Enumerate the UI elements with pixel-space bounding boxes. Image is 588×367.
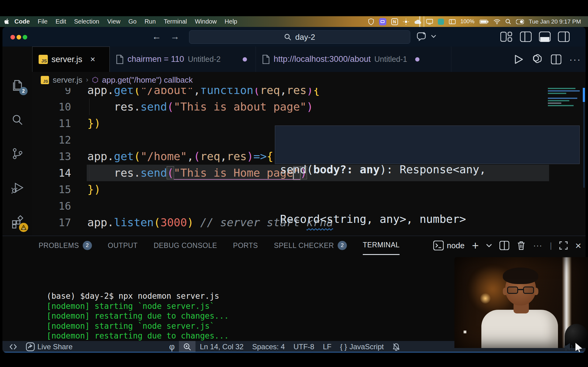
token: ) [94, 183, 101, 196]
token: ) [187, 216, 194, 229]
token: send [140, 167, 167, 179]
control-center-icon[interactable] [516, 19, 524, 24]
clock[interactable]: Tue Jan 20 9:17 PM [529, 18, 581, 25]
run-debug-icon[interactable] [10, 181, 25, 195]
cloud-icon[interactable] [414, 19, 421, 24]
menu-item-window[interactable]: Window [191, 18, 221, 25]
display-icon[interactable] [426, 19, 433, 24]
split-editor-icon[interactable] [551, 54, 561, 64]
menu-item-edit[interactable]: Edit [51, 18, 70, 25]
close-panel-icon[interactable]: × [575, 240, 581, 252]
nav-back-icon[interactable]: ← [152, 31, 161, 42]
window-manager-icon[interactable] [449, 19, 456, 24]
menu-item-run[interactable]: Run [141, 18, 160, 25]
token: { [267, 150, 273, 163]
encoding[interactable]: UTF-8 [289, 341, 319, 353]
screen-mirroring-icon[interactable] [379, 18, 386, 25]
copilot-button[interactable] [417, 31, 436, 42]
menu-item-selection[interactable]: Selection [70, 18, 103, 25]
terminal-line: [nodemon] restarting due to changes... [47, 311, 229, 321]
traffic-light-close[interactable] [10, 35, 15, 39]
explorer-badge: 2 [19, 87, 28, 95]
panel-tab-output[interactable]: OUTPUT [108, 236, 138, 255]
notion-icon[interactable]: N [391, 18, 398, 25]
explorer-icon[interactable]: 2 [10, 79, 25, 93]
toggle-primary-sidebar-icon[interactable] [520, 32, 532, 42]
menu-item-code[interactable]: Code [10, 18, 34, 25]
tab-server-js[interactable]: JS server.js × [32, 47, 110, 72]
token: ) [94, 117, 101, 129]
token: function [200, 88, 253, 96]
code-line-9[interactable]: 9app.get("/about",function(req,res){ [32, 88, 586, 99]
customize-layout-icon[interactable] [500, 32, 513, 42]
panel-tab-ports[interactable]: PORTS [233, 236, 258, 255]
chevron-down-icon [431, 35, 436, 38]
token: get [114, 150, 134, 163]
line-number: 9 [32, 88, 71, 99]
shield-icon[interactable] [368, 18, 374, 25]
extensions-warning-badge [19, 223, 28, 232]
tab-untitled-1[interactable]: http://localhost:3000/about Untitled-1 [256, 47, 451, 72]
menu-items: CodeFileEditSelectionViewGoRunTerminalWi… [10, 18, 241, 25]
breadcrumb-symbol[interactable]: app.get("/home") callback [102, 75, 193, 85]
token: , [280, 88, 287, 96]
token: res [114, 167, 134, 179]
language-mode[interactable]: { } JavaScript [336, 341, 388, 353]
notifications-bell[interactable] [388, 341, 404, 353]
token: , [220, 150, 227, 163]
token: ( [134, 88, 141, 96]
megaphone-icon[interactable] [563, 342, 574, 351]
wifi-icon[interactable] [494, 19, 500, 24]
more-actions-icon[interactable]: ··· [569, 54, 581, 65]
scrollbar-track[interactable] [583, 102, 585, 188]
search-icon[interactable] [10, 113, 25, 127]
tooltip-text: body?: any [313, 163, 380, 176]
traffic-light-maximize[interactable] [23, 35, 27, 39]
teal-app-icon[interactable] [438, 19, 444, 25]
window-bottom-edge [2, 352, 586, 353]
brightness-icon[interactable] [403, 19, 409, 25]
breadcrumb-file[interactable]: server.js [53, 75, 82, 85]
token [194, 216, 200, 229]
token: ( [154, 216, 161, 229]
spotlight-search-icon[interactable] [505, 19, 511, 24]
code-text: app.get("/about",function(req,res){ [87, 88, 320, 99]
dirty-dot[interactable] [243, 57, 247, 62]
minimap[interactable] [548, 88, 583, 111]
menu-item-go[interactable]: Go [124, 18, 141, 25]
toggle-panel-icon[interactable] [539, 32, 551, 42]
command-center-search[interactable]: day-2 [189, 30, 410, 44]
token: ( [134, 150, 141, 163]
close-icon[interactable]: × [90, 54, 95, 64]
menu-item-file[interactable]: File [34, 18, 51, 25]
tab-label: server.js [51, 55, 82, 64]
webcam-overlay [454, 257, 588, 348]
source-control-icon[interactable] [10, 147, 25, 161]
menu-item-view[interactable]: View [103, 18, 124, 25]
eol-sequence[interactable]: LF [319, 341, 336, 353]
dirty-dot[interactable] [415, 57, 419, 62]
remote-indicator[interactable] [2, 341, 21, 353]
run-button[interactable] [514, 54, 523, 64]
panel-tab-debug-console[interactable]: DEBUG CONSOLE [154, 236, 217, 255]
zoom-indicator[interactable] [179, 341, 195, 353]
cursor-position[interactable]: Ln 14, Col 32 [195, 341, 248, 353]
scrollbar-thumb[interactable] [583, 88, 585, 102]
copilot-icon [417, 31, 428, 42]
toggle-secondary-sidebar-icon[interactable] [558, 32, 570, 42]
token: res [227, 150, 247, 163]
tab-untitled-2[interactable]: chairmen = 110 Untitled-2 [110, 47, 256, 72]
chatgpt-icon[interactable] [531, 54, 543, 65]
menu-item-help[interactable]: Help [221, 18, 241, 25]
extensions-icon[interactable] [10, 215, 25, 229]
panel-tab-problems[interactable]: PROBLEMS2 [39, 236, 92, 255]
nav-forward-icon[interactable]: → [170, 31, 180, 42]
traffic-light-minimize[interactable] [17, 35, 21, 39]
code-line-10[interactable]: 10 res.send("This is about page") [32, 99, 586, 115]
line-number: 16 [32, 198, 71, 214]
indentation[interactable]: Spaces: 4 [248, 341, 289, 353]
code-text: res.send("This is about page") [87, 99, 313, 115]
live-share-button[interactable]: Live Share [21, 341, 77, 353]
apple-logo-icon[interactable] [4, 19, 10, 25]
menu-item-terminal[interactable]: Terminal [160, 18, 191, 25]
